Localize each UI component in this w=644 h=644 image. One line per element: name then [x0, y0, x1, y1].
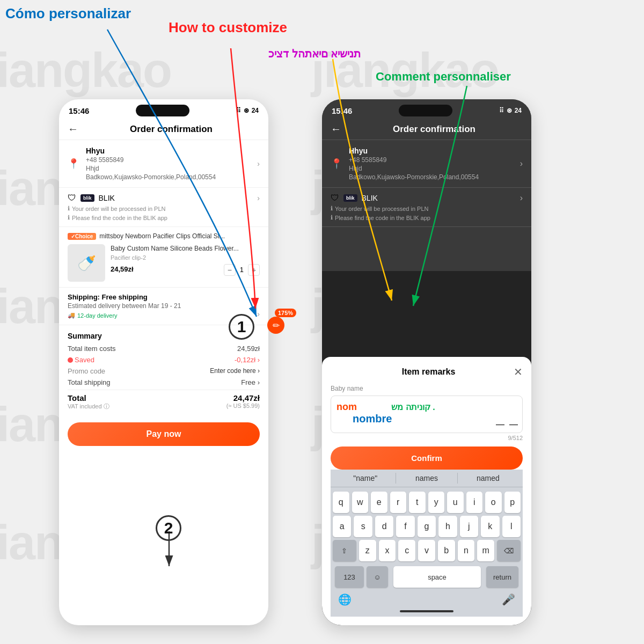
- key-m[interactable]: m: [477, 540, 494, 561]
- watermark-1: jiangkao: [0, 43, 171, 98]
- right-address-line2: Hhjd: [349, 165, 515, 172]
- right-nom-text: nom: [336, 401, 357, 412]
- key-s[interactable]: s: [354, 516, 372, 537]
- key-123[interactable]: 123: [335, 566, 364, 588]
- right-keyboard-suggestions: "name" names named: [331, 470, 523, 487]
- key-z[interactable]: z: [359, 540, 376, 561]
- right-payment-section[interactable]: 🛡 blik BLIK › ℹ Your order will be proce…: [322, 188, 531, 227]
- key-v[interactable]: v: [418, 540, 435, 561]
- left-total-row: Total VAT included ⓘ 24,47zł (≈ US $5.99…: [68, 390, 260, 411]
- key-h[interactable]: h: [438, 516, 457, 537]
- key-o[interactable]: o: [485, 492, 502, 513]
- key-return[interactable]: return: [486, 566, 518, 588]
- keyboard-extra-row: 🌐 🎤: [333, 592, 521, 608]
- right-wifi-icon: ⊛: [507, 107, 512, 114]
- info-icon-2: ℹ: [68, 214, 70, 221]
- qty-plus-button[interactable]: +: [248, 264, 260, 276]
- left-back-button[interactable]: ←: [68, 123, 78, 135]
- right-address-section[interactable]: 📍 Hhyu +48 5585849 Hhjd Badkowo,Kujawsko…: [322, 140, 531, 188]
- key-r[interactable]: r: [390, 492, 407, 513]
- left-page-title: Order confirmation: [83, 124, 260, 135]
- suggestion-name-quoted[interactable]: "name": [335, 473, 396, 484]
- right-confirm-button[interactable]: Confirm: [331, 447, 523, 470]
- key-l[interactable]: l: [502, 516, 521, 537]
- left-product-variant: Pacifier clip-2: [111, 254, 260, 261]
- right-status-bar: 15:46 ⠿ ⊛ 24: [322, 99, 531, 119]
- left-summary-items: Total item costs 24,59zł: [68, 345, 260, 353]
- key-q[interactable]: q: [333, 492, 349, 513]
- suggestion-named[interactable]: named: [458, 473, 518, 484]
- key-y[interactable]: y: [428, 492, 445, 513]
- left-wifi-icon: ⊛: [244, 107, 249, 114]
- key-e[interactable]: e: [371, 492, 387, 513]
- right-payment-arrow: ›: [520, 193, 523, 203]
- right-modal-sheet: Item remarks ✕ Baby name nom קוניתה מש .…: [322, 357, 531, 625]
- blik-badge: blik: [80, 194, 94, 202]
- key-u[interactable]: u: [447, 492, 464, 513]
- key-backspace[interactable]: ⌫: [497, 540, 521, 561]
- right-time: 15:46: [332, 106, 352, 115]
- left-total-label: Total: [68, 393, 109, 402]
- key-shift[interactable]: ⇧: [333, 540, 356, 561]
- annotation-how-to: How to customize: [169, 19, 287, 36]
- key-b[interactable]: b: [438, 540, 455, 561]
- number-2-badge: 2: [156, 515, 181, 541]
- key-space[interactable]: space: [393, 566, 481, 588]
- left-address-line2: Hhjd: [86, 165, 252, 172]
- left-shipping-arrow: ›: [257, 310, 260, 318]
- key-f[interactable]: f: [396, 516, 414, 537]
- right-notch: [399, 105, 452, 116]
- key-a[interactable]: a: [333, 516, 351, 537]
- left-battery-icon: 24: [252, 107, 259, 114]
- qty-number: 1: [240, 266, 244, 274]
- key-globe[interactable]: 🌐: [338, 593, 352, 606]
- keyboard-row-3: ⇧ z x c v b n m ⌫: [333, 540, 521, 561]
- left-shipping-title: Shipping: Free shipping: [68, 293, 260, 301]
- number-1-badge: 1: [229, 314, 254, 340]
- right-modal-close-button[interactable]: ✕: [514, 365, 523, 378]
- left-qty-control[interactable]: − 1 +: [224, 264, 260, 276]
- watermark-6: jiangkao: [311, 43, 499, 98]
- key-mic[interactable]: 🎤: [502, 593, 515, 606]
- keyboard-bottom-row: 123 ☺ space return: [333, 564, 521, 592]
- left-summary-shipping: Total shipping Free ›: [68, 378, 260, 386]
- left-status-icons: ⠿ ⊛ 24: [236, 107, 259, 114]
- edit-icon-circle[interactable]: ✏: [267, 317, 284, 334]
- right-info-icon-2: ℹ: [331, 214, 333, 221]
- right-back-button[interactable]: ←: [331, 123, 341, 135]
- left-payment-arrow: ›: [257, 194, 260, 202]
- left-store-name: mittsboy Newborn Pacifier Clips Official…: [99, 232, 225, 240]
- key-d[interactable]: d: [375, 516, 393, 537]
- right-payment-note1: ℹ Your order will be processed in PLN: [331, 205, 523, 212]
- left-address-phone: +48 5585849: [86, 156, 252, 164]
- suggestion-names[interactable]: names: [396, 473, 457, 484]
- left-summary-promo[interactable]: Promo code Enter code here ›: [68, 367, 260, 375]
- right-modal-text-area[interactable]: nom קוניתה מש . nombre — —: [331, 396, 523, 433]
- info-icon: ℹ: [68, 205, 70, 212]
- left-payment-section[interactable]: 🛡 blik BLIK › ℹ Your order will be proce…: [59, 188, 268, 227]
- right-char-count: 9/512: [331, 435, 523, 441]
- right-dash-area: — —: [496, 420, 518, 429]
- key-x[interactable]: x: [379, 540, 396, 561]
- key-j[interactable]: j: [460, 516, 478, 537]
- right-nav-bar: ← Order confirmation: [322, 119, 531, 140]
- key-w[interactable]: w: [352, 492, 369, 513]
- home-bar: [400, 610, 453, 612]
- key-g[interactable]: g: [418, 516, 436, 537]
- right-modal-overlay: Item remarks ✕ Baby name nom קוניתה מש .…: [322, 271, 531, 625]
- keyboard-row-2: a s d f g h j k l: [333, 516, 521, 537]
- key-k[interactable]: k: [481, 516, 499, 537]
- key-n[interactable]: n: [458, 540, 475, 561]
- left-address-body: Hhyu +48 5585849 Hhjd Badkowo,Kujawsko-P…: [86, 147, 252, 181]
- key-c[interactable]: c: [398, 540, 415, 561]
- qty-minus-button[interactable]: −: [224, 264, 236, 276]
- delivery-icon: 🚚: [68, 312, 75, 319]
- key-emoji[interactable]: ☺: [367, 566, 388, 588]
- left-address-section[interactable]: 📍 Hhyu +48 5585849 Hhjd Badkowo,Kujawsko…: [59, 140, 268, 188]
- key-p[interactable]: p: [504, 492, 521, 513]
- right-page-title: Order confirmation: [346, 124, 523, 135]
- left-pay-button[interactable]: Pay now: [68, 422, 260, 446]
- key-t[interactable]: t: [409, 492, 426, 513]
- key-i[interactable]: i: [466, 492, 483, 513]
- right-modal-title: Item remarks: [343, 367, 514, 377]
